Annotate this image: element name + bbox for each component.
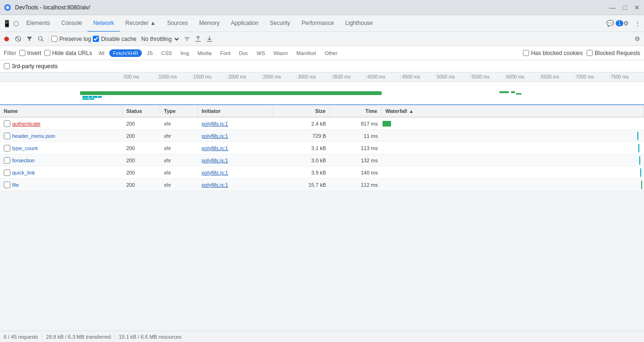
blocked-requests-label[interactable]: Blocked Requests (587, 50, 640, 56)
filter-chip-font[interactable]: Font (216, 49, 234, 57)
clear-button[interactable] (13, 34, 23, 44)
td-waterfall-3 (382, 142, 644, 154)
third-party-row: 3rd-party requests (0, 60, 644, 72)
th-status[interactable]: Status (122, 105, 160, 117)
hide-data-urls-checkbox[interactable] (44, 50, 50, 56)
filter-chip-css[interactable]: CSS (157, 49, 176, 57)
initiator-link-5[interactable]: polyfills.js:1 (202, 170, 228, 175)
device-toggle-button[interactable]: 📱 (2, 19, 11, 28)
th-waterfall[interactable]: Waterfall ▲ (382, 105, 644, 117)
has-blocked-cookies-label[interactable]: Has blocked cookies (523, 50, 583, 56)
network-settings-button[interactable]: ⚙ (633, 34, 642, 44)
td-name-3: type_count (0, 145, 122, 151)
tick-5: 3000 ms (296, 74, 331, 80)
tick-13: 7000 ms (574, 74, 609, 80)
th-name[interactable]: Name (0, 105, 122, 117)
invert-label[interactable]: Invert (19, 50, 41, 56)
name-link-4[interactable]: forsection (12, 158, 35, 163)
has-blocked-cookies-checkbox[interactable] (523, 50, 529, 56)
console-drawer-button[interactable]: 💬1 (610, 19, 620, 28)
hide-data-urls-label[interactable]: Hide data URLs (44, 50, 92, 56)
tab-performance[interactable]: Performance (296, 15, 340, 32)
waterfall-line-4 (639, 156, 640, 165)
row-checkbox-1[interactable] (4, 120, 10, 127)
close-button[interactable]: ✕ (634, 4, 640, 11)
preserve-log-label[interactable]: Preserve log (51, 36, 91, 42)
row-checkbox-6[interactable] (4, 182, 10, 188)
invert-checkbox[interactable] (19, 50, 25, 56)
search-icon (38, 36, 44, 42)
row-checkbox-4[interactable] (4, 157, 10, 164)
waterfall-line-3 (638, 144, 639, 152)
tab-elements[interactable]: Elements (21, 15, 56, 32)
td-size-3: 3.1 kB (273, 145, 330, 151)
download-button[interactable] (205, 34, 214, 44)
initiator-link-4[interactable]: polyfills.js:1 (202, 158, 228, 163)
td-name-6: file (0, 182, 122, 188)
th-size[interactable]: Size (273, 105, 330, 117)
filter-chip-media[interactable]: Media (194, 49, 215, 57)
third-party-checkbox[interactable] (4, 63, 10, 69)
initiator-link-1[interactable]: polyfills.js:1 (202, 121, 228, 127)
th-type[interactable]: Type (160, 105, 198, 117)
tab-lighthouse[interactable]: Lighthouse (340, 15, 379, 32)
td-waterfall-4 (382, 154, 644, 167)
initiator-link-2[interactable]: polyfills.js:1 (202, 133, 228, 139)
td-waterfall-1 (382, 118, 644, 130)
filter-chip-all[interactable]: All (95, 49, 108, 57)
td-time-2: 11 ms (330, 133, 382, 139)
wifi-button[interactable] (182, 34, 192, 44)
record-icon (4, 36, 9, 42)
maximize-button[interactable]: □ (621, 4, 628, 11)
name-link-6[interactable]: file (12, 182, 19, 188)
tab-application[interactable]: Application (225, 15, 264, 32)
timeline-chart (0, 82, 644, 105)
preserve-log-checkbox[interactable] (51, 36, 57, 42)
search-button[interactable] (36, 34, 45, 44)
row-checkbox-2[interactable] (4, 133, 10, 139)
disable-cache-checkbox[interactable] (93, 36, 99, 42)
throttle-select[interactable]: No throttling (139, 35, 180, 43)
name-link-5[interactable]: quick_link (12, 170, 35, 175)
filter-chip-doc[interactable]: Doc (235, 49, 252, 57)
tab-network[interactable]: Network (88, 15, 120, 32)
tab-security[interactable]: Security (264, 15, 296, 32)
th-initiator[interactable]: Initiator (198, 105, 273, 117)
tab-console[interactable]: Console (56, 15, 88, 32)
disable-cache-label[interactable]: Disable cache (93, 36, 136, 42)
upload-button[interactable] (194, 34, 203, 44)
dock-button[interactable]: ⬡ (11, 19, 21, 28)
initiator-link-3[interactable]: polyfills.js:1 (202, 145, 228, 151)
blocked-requests-checkbox[interactable] (587, 50, 593, 56)
filter-chip-other[interactable]: Other (321, 49, 342, 57)
td-type-3: xhr (160, 145, 198, 151)
td-time-1: 817 ms (330, 121, 382, 127)
svg-line-7 (41, 40, 43, 42)
name-link-1[interactable]: authenticate (12, 121, 41, 127)
tab-sources[interactable]: Sources (162, 15, 194, 32)
minimize-button[interactable]: — (609, 4, 616, 11)
name-link-3[interactable]: type_count (12, 145, 38, 151)
svg-rect-15 (82, 98, 89, 100)
chrome-logo (4, 4, 11, 11)
td-waterfall-2 (382, 130, 644, 142)
filter-chip-img[interactable]: Img (177, 49, 193, 57)
filter-chip-wasm[interactable]: Wasm (270, 49, 292, 57)
row-checkbox-5[interactable] (4, 169, 10, 176)
filter-chip-xhr[interactable]: Fetch/XHR (109, 49, 142, 57)
tab-recorder[interactable]: Recorder ▲ (120, 15, 162, 32)
record-button[interactable] (2, 34, 11, 44)
initiator-link-6[interactable]: polyfills.js:1 (202, 182, 228, 188)
filter-button[interactable] (24, 34, 34, 44)
tab-memory[interactable]: Memory (194, 15, 225, 32)
filter-chip-ws[interactable]: WS (253, 49, 269, 57)
row-checkbox-3[interactable] (4, 145, 10, 151)
svg-point-1 (6, 6, 9, 9)
tick-7: 4000 ms (366, 74, 401, 80)
waterfall-line-2 (637, 132, 638, 140)
filter-chip-js[interactable]: JS (143, 49, 156, 57)
name-link-2[interactable]: header_menu.json (12, 133, 55, 139)
th-time[interactable]: Time (330, 105, 382, 117)
more-tools-button[interactable]: ⋮ (633, 19, 642, 28)
filter-chip-manifest[interactable]: Manifest (293, 49, 320, 57)
